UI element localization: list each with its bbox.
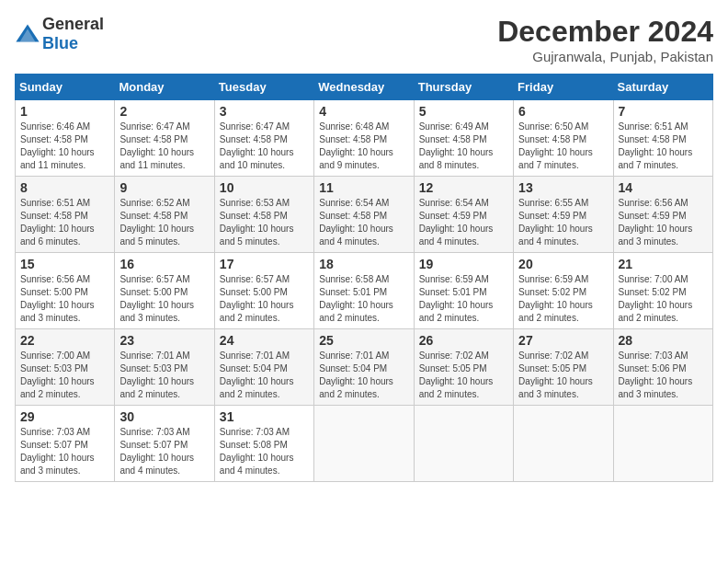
table-row: 6Sunrise: 6:50 AM Sunset: 4:58 PM Daylig… — [514, 100, 613, 177]
table-row: 24Sunrise: 7:01 AM Sunset: 5:04 PM Dayli… — [214, 329, 313, 406]
table-row: 1Sunrise: 6:46 AM Sunset: 4:58 PM Daylig… — [16, 100, 115, 177]
table-row: 17Sunrise: 6:57 AM Sunset: 5:00 PM Dayli… — [214, 253, 313, 329]
table-row: 25Sunrise: 7:01 AM Sunset: 5:04 PM Dayli… — [314, 329, 414, 406]
table-row — [314, 406, 414, 482]
table-row: 14Sunrise: 6:56 AM Sunset: 4:59 PM Dayli… — [613, 177, 712, 253]
table-row: 21Sunrise: 7:00 AM Sunset: 5:02 PM Dayli… — [613, 253, 712, 329]
table-row: 13Sunrise: 6:55 AM Sunset: 4:59 PM Dayli… — [514, 177, 613, 253]
table-row: 19Sunrise: 6:59 AM Sunset: 5:01 PM Dayli… — [414, 253, 513, 329]
table-row: 4Sunrise: 6:48 AM Sunset: 4:58 PM Daylig… — [314, 100, 414, 177]
table-row: 27Sunrise: 7:02 AM Sunset: 5:05 PM Dayli… — [514, 329, 613, 406]
page-header: General Blue December 2024 Gujranwala, P… — [15, 15, 713, 64]
calendar-week-4: 22Sunrise: 7:00 AM Sunset: 5:03 PM Dayli… — [16, 329, 713, 406]
title-block: December 2024 Gujranwala, Punjab, Pakist… — [497, 15, 713, 64]
calendar-week-5: 29Sunrise: 7:03 AM Sunset: 5:07 PM Dayli… — [16, 406, 713, 482]
table-row: 22Sunrise: 7:00 AM Sunset: 5:03 PM Dayli… — [16, 329, 115, 406]
location: Gujranwala, Punjab, Pakistan — [497, 49, 713, 64]
table-row: 11Sunrise: 6:54 AM Sunset: 4:58 PM Dayli… — [314, 177, 414, 253]
table-row: 2Sunrise: 6:47 AM Sunset: 4:58 PM Daylig… — [115, 100, 214, 177]
header-tuesday: Tuesday — [214, 75, 313, 100]
table-row: 23Sunrise: 7:01 AM Sunset: 5:03 PM Dayli… — [115, 329, 214, 406]
header-sunday: Sunday — [16, 75, 115, 100]
table-row: 7Sunrise: 6:51 AM Sunset: 4:58 PM Daylig… — [613, 100, 712, 177]
calendar-week-1: 1Sunrise: 6:46 AM Sunset: 4:58 PM Daylig… — [16, 100, 713, 177]
table-row — [613, 406, 712, 482]
table-row: 31Sunrise: 7:03 AM Sunset: 5:08 PM Dayli… — [214, 406, 313, 482]
header-monday: Monday — [115, 75, 214, 100]
calendar-week-2: 8Sunrise: 6:51 AM Sunset: 4:58 PM Daylig… — [16, 177, 713, 253]
table-row: 5Sunrise: 6:49 AM Sunset: 4:58 PM Daylig… — [414, 100, 513, 177]
logo: General Blue — [15, 15, 104, 53]
logo-blue: Blue — [42, 34, 78, 52]
header-friday: Friday — [514, 75, 613, 100]
calendar-table: Sunday Monday Tuesday Wednesday Thursday… — [15, 74, 713, 482]
logo-icon — [15, 21, 40, 47]
table-row: 26Sunrise: 7:02 AM Sunset: 5:05 PM Dayli… — [414, 329, 513, 406]
table-row: 20Sunrise: 6:59 AM Sunset: 5:02 PM Dayli… — [514, 253, 613, 329]
table-row: 16Sunrise: 6:57 AM Sunset: 5:00 PM Dayli… — [115, 253, 214, 329]
header-thursday: Thursday — [414, 75, 513, 100]
table-row — [414, 406, 513, 482]
table-row: 3Sunrise: 6:47 AM Sunset: 4:58 PM Daylig… — [214, 100, 313, 177]
table-row: 9Sunrise: 6:52 AM Sunset: 4:58 PM Daylig… — [115, 177, 214, 253]
table-row: 15Sunrise: 6:56 AM Sunset: 5:00 PM Dayli… — [16, 253, 115, 329]
table-row: 28Sunrise: 7:03 AM Sunset: 5:06 PM Dayli… — [613, 329, 712, 406]
table-row: 8Sunrise: 6:51 AM Sunset: 4:58 PM Daylig… — [16, 177, 115, 253]
header-saturday: Saturday — [613, 75, 712, 100]
table-row: 18Sunrise: 6:58 AM Sunset: 5:01 PM Dayli… — [314, 253, 414, 329]
month-title: December 2024 — [497, 15, 713, 49]
header-row: Sunday Monday Tuesday Wednesday Thursday… — [16, 75, 713, 100]
calendar-week-3: 15Sunrise: 6:56 AM Sunset: 5:00 PM Dayli… — [16, 253, 713, 329]
table-row — [514, 406, 613, 482]
table-row: 29Sunrise: 7:03 AM Sunset: 5:07 PM Dayli… — [16, 406, 115, 482]
table-row: 10Sunrise: 6:53 AM Sunset: 4:58 PM Dayli… — [214, 177, 313, 253]
table-row: 12Sunrise: 6:54 AM Sunset: 4:59 PM Dayli… — [414, 177, 513, 253]
header-wednesday: Wednesday — [314, 75, 414, 100]
logo-general: General — [42, 15, 104, 33]
table-row: 30Sunrise: 7:03 AM Sunset: 5:07 PM Dayli… — [115, 406, 214, 482]
